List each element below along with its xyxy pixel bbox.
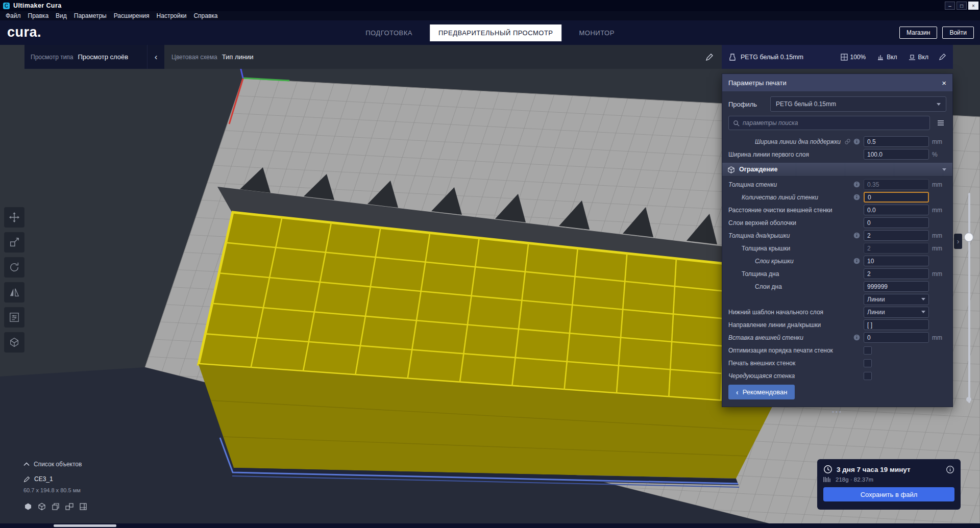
view-type-dropdown[interactable]: Просмотр слоёв <box>78 53 129 61</box>
close-panel-icon[interactable]: × <box>942 79 946 87</box>
view-type-bar: Просмотр типа Просмотр слоёв ‹ <box>24 45 164 69</box>
setting-checkbox[interactable] <box>864 372 872 380</box>
bottom-scrollbar-thumb[interactable] <box>54 524 116 527</box>
layer-slider-handle[interactable] <box>964 233 973 242</box>
infill-setting: 100% <box>841 54 866 61</box>
setting-row: Толщина крышки mm <box>728 242 945 255</box>
menu-view[interactable]: Вид <box>52 12 70 20</box>
search-input[interactable] <box>743 119 925 127</box>
menu-help[interactable]: Справка <box>190 12 221 20</box>
print-setup-bar[interactable]: PETG белый 0.15mm 100% Вкл Вкл <box>722 45 953 69</box>
setting-value-input-focused[interactable] <box>864 192 929 203</box>
setting-row: Нижний шаблон начального слоя Линии <box>728 306 945 318</box>
layer-slider-lower-handle[interactable] <box>966 397 971 402</box>
setting-label: Ширина линии дна поддержки <box>728 138 844 145</box>
info-icon[interactable] <box>946 465 954 474</box>
collapse-viewbar-button[interactable]: ‹ <box>147 45 164 69</box>
chevron-down-icon <box>937 103 941 106</box>
solid-view-icon[interactable] <box>23 502 33 513</box>
setting-checkbox[interactable] <box>864 346 872 355</box>
color-scheme-dropdown[interactable]: Тип линии <box>222 53 254 61</box>
clock-icon <box>823 465 832 474</box>
group-models-icon[interactable] <box>65 502 74 513</box>
wireframe-view-icon[interactable] <box>37 502 46 513</box>
setting-value-input[interactable] <box>864 149 929 160</box>
print-time-estimate: 3 дня 7 часа 19 минут <box>837 466 942 473</box>
menu-preferences[interactable]: Настройки <box>153 12 190 20</box>
tab-prepare[interactable]: ПОДГОТОВКА <box>365 29 412 37</box>
adhesion-setting: Вкл <box>909 54 928 61</box>
object-list-item[interactable]: CE3_1 <box>23 475 88 483</box>
profile-dropdown[interactable]: PETG белый 0.15mm <box>770 96 946 112</box>
setting-value-input[interactable] <box>864 205 929 215</box>
profile-label: Профиль <box>728 100 770 108</box>
setting-value-input[interactable] <box>864 136 929 147</box>
setting-dropdown[interactable]: Линии <box>864 294 929 305</box>
main-header: cura. ПОДГОТОВКА ПРЕДВАРИТЕЛЬНЫЙ ПРОСМОТ… <box>0 20 980 45</box>
object-list-header[interactable]: Список объектов <box>23 461 88 468</box>
setting-row: Слои верхней оболочки <box>728 216 945 229</box>
setting-value-input[interactable] <box>864 268 929 279</box>
tab-monitor[interactable]: МОНИТОР <box>579 29 615 37</box>
color-scheme-bar: Цветовая схема Тип линии <box>164 45 722 69</box>
menu-edit[interactable]: Правка <box>24 12 53 20</box>
material-usage-estimate: 218g · 82.37m <box>836 476 873 483</box>
rotate-tool-button[interactable] <box>4 257 24 278</box>
setting-value-input[interactable] <box>864 230 929 241</box>
panel-resize-handle[interactable]: ••• <box>722 409 953 415</box>
setting-row: Толщина стенки mm <box>728 178 945 191</box>
setting-value-input[interactable] <box>864 243 929 254</box>
setting-label: Печать внешних стенок <box>728 360 864 367</box>
setting-unit: % <box>929 151 945 158</box>
pencil-icon <box>23 476 30 483</box>
support-blocker-tool-button[interactable] <box>4 332 24 353</box>
setting-label: Толщина крышки <box>728 245 864 252</box>
adhesion-icon <box>909 54 916 61</box>
category-shell[interactable]: Ограждение <box>722 162 952 177</box>
menu-file[interactable]: Файл <box>2 12 24 20</box>
titlebar: C Ultimaker Cura – □ × <box>0 0 980 11</box>
copy-model-icon[interactable] <box>51 502 60 513</box>
save-to-file-button[interactable]: Сохранить в файл <box>823 487 954 501</box>
scale-tool-button[interactable] <box>4 232 24 253</box>
setting-checkbox[interactable] <box>864 359 872 367</box>
cura-logo: cura. <box>7 24 41 40</box>
setting-label: Оптимизация порядка печати стенок <box>728 347 864 354</box>
close-button[interactable]: × <box>968 2 978 10</box>
setting-value-input[interactable] <box>864 319 929 330</box>
layer-slider[interactable] <box>968 193 970 403</box>
setting-label: Количество линий стенки <box>728 194 853 201</box>
setting-row: Линии <box>728 293 945 306</box>
stage-tabs: ПОДГОТОВКА ПРЕДВАРИТЕЛЬНЫЙ ПРОСМОТР МОНИ… <box>365 20 615 45</box>
arrange-models-icon[interactable] <box>79 502 88 513</box>
object-name: CE3_1 <box>34 475 53 483</box>
setting-label: Толщина дна <box>728 270 864 278</box>
setting-label: Ширина линии первого слоя <box>728 151 864 158</box>
mirror-tool-button[interactable] <box>4 282 24 303</box>
view-type-label: Просмотр типа <box>31 54 74 61</box>
setting-label: Вставка внешней стенки <box>728 334 853 341</box>
menu-extensions[interactable]: Расширения <box>110 12 153 20</box>
marketplace-button[interactable]: Магазин <box>899 27 937 39</box>
panel-collapse-handle[interactable]: › <box>954 234 962 249</box>
setting-value-input[interactable] <box>864 256 929 266</box>
setting-unit: mm <box>929 245 945 252</box>
edit-setup-icon[interactable] <box>939 53 946 61</box>
recommended-mode-button[interactable]: ‹ Рекомендован <box>728 385 795 399</box>
edit-view-icon[interactable] <box>705 53 714 61</box>
maximize-button[interactable]: □ <box>957 2 967 10</box>
sign-in-button[interactable]: Войти <box>942 27 974 39</box>
minimize-button[interactable]: – <box>945 2 955 10</box>
setting-value-input[interactable] <box>864 281 929 292</box>
tab-preview[interactable]: ПРЕДВАРИТЕЛЬНЫЙ ПРОСМОТР <box>430 24 562 41</box>
search-box[interactable] <box>728 116 930 130</box>
setting-value-input[interactable] <box>864 179 929 190</box>
per-model-settings-tool-button[interactable] <box>4 307 24 328</box>
setting-value-input[interactable] <box>864 217 929 228</box>
setting-row: Толщина дна/крышки mm <box>728 229 945 242</box>
setting-dropdown[interactable]: Линии <box>864 307 929 318</box>
menu-settings[interactable]: Параметры <box>70 12 110 20</box>
setting-value-input[interactable] <box>864 332 929 343</box>
move-tool-button[interactable] <box>4 207 24 228</box>
settings-menu-icon[interactable] <box>935 117 946 129</box>
